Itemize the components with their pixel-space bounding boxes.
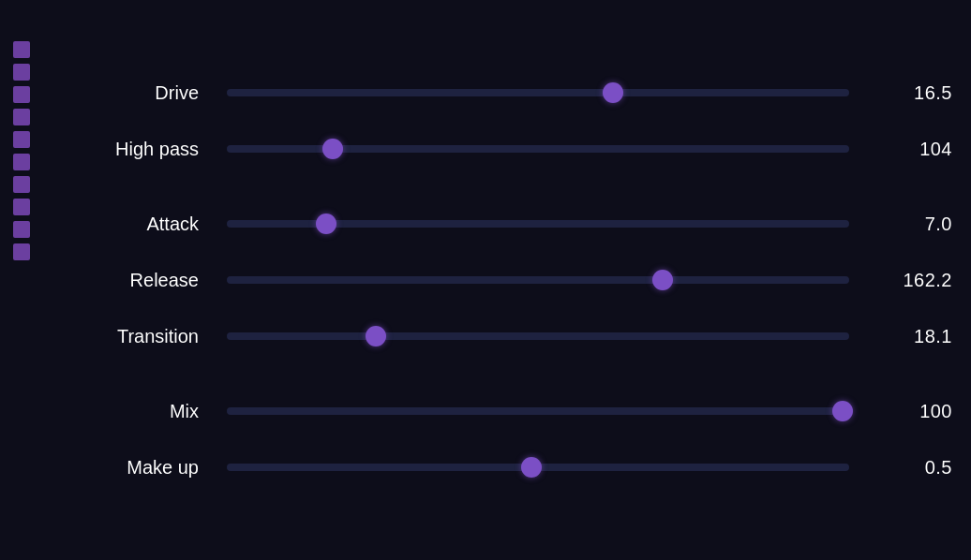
slider-label-mix: Mix xyxy=(49,401,199,422)
slider-label-attack: Attack xyxy=(49,214,199,235)
slider-track-make-up xyxy=(227,464,849,471)
slider-row-release: Release162.2 xyxy=(49,252,952,308)
slider-thumb-high-pass[interactable] xyxy=(322,139,343,159)
group-divider xyxy=(49,177,952,196)
slider-value-mix: 100 xyxy=(877,401,952,422)
slider-row-make-up: Make up0.5 xyxy=(49,439,952,495)
slider-label-transition: Transition xyxy=(49,326,199,347)
sidebar-block-1 xyxy=(13,41,30,58)
slider-track-container-high-pass[interactable] xyxy=(227,144,849,154)
sidebar-block-4 xyxy=(13,109,30,125)
slider-track-container-release[interactable] xyxy=(227,275,849,285)
sidebar-block-2 xyxy=(13,64,30,81)
slider-label-high-pass: High pass xyxy=(49,139,199,160)
slider-track-container-make-up[interactable] xyxy=(227,463,849,472)
slider-value-high-pass: 104 xyxy=(877,139,952,160)
slider-label-release: Release xyxy=(49,270,199,291)
slider-track-container-transition[interactable] xyxy=(227,332,849,341)
slider-track-mix xyxy=(227,407,849,415)
slider-value-drive: 16.5 xyxy=(877,82,952,104)
main-content: Drive16.5High pass104Attack7.0Release162… xyxy=(30,37,971,523)
slider-row-high-pass: High pass104 xyxy=(49,121,952,177)
slider-track-release xyxy=(227,276,849,284)
slider-track-container-mix[interactable] xyxy=(227,406,849,416)
slider-value-release: 162.2 xyxy=(877,270,952,291)
slider-value-transition: 18.1 xyxy=(877,326,952,347)
slider-thumb-drive[interactable] xyxy=(603,82,623,103)
sidebar-block-9 xyxy=(13,221,30,238)
slider-label-make-up: Make up xyxy=(49,457,199,479)
slider-label-drive: Drive xyxy=(49,82,199,104)
slider-track-high-pass xyxy=(227,145,849,153)
slider-track-attack xyxy=(227,220,849,228)
slider-track-container-drive[interactable] xyxy=(227,88,849,97)
slider-track-transition xyxy=(227,332,849,340)
slider-row-drive: Drive16.5 xyxy=(49,65,952,121)
slider-thumb-make-up[interactable] xyxy=(521,457,542,478)
sidebar-block-10 xyxy=(13,243,30,260)
sidebar xyxy=(0,0,30,560)
sidebar-block-7 xyxy=(13,176,30,193)
slider-row-transition: Transition18.1 xyxy=(49,308,952,364)
slider-track-drive xyxy=(227,89,849,96)
slider-row-mix: Mix100 xyxy=(49,383,952,439)
sidebar-block-5 xyxy=(13,131,30,148)
group-divider xyxy=(49,364,952,383)
slider-thumb-attack[interactable] xyxy=(316,214,336,234)
slider-thumb-transition[interactable] xyxy=(366,326,386,346)
sidebar-block-8 xyxy=(13,199,30,215)
slider-thumb-mix[interactable] xyxy=(832,401,853,421)
slider-value-make-up: 0.5 xyxy=(877,457,952,479)
sidebar-block-3 xyxy=(13,86,30,103)
slider-thumb-release[interactable] xyxy=(652,270,673,290)
sidebar-block-6 xyxy=(13,154,30,170)
slider-track-container-attack[interactable] xyxy=(227,219,849,228)
slider-value-attack: 7.0 xyxy=(877,214,952,235)
slider-row-attack: Attack7.0 xyxy=(49,196,952,252)
